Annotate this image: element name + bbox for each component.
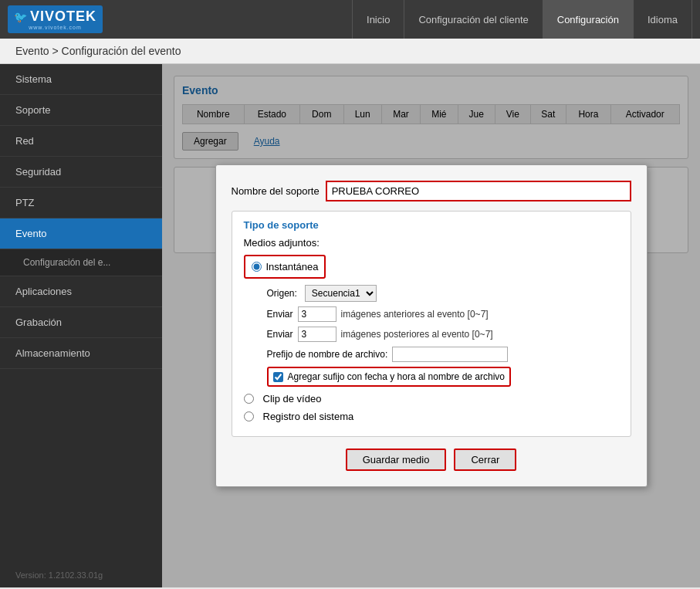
sidebar-item-grabacion[interactable]: Grabación bbox=[0, 307, 162, 338]
logo-text: VIVOTEK bbox=[30, 8, 96, 25]
sidebar-item-red[interactable]: Red bbox=[0, 126, 162, 157]
enviar-despues-input[interactable] bbox=[298, 327, 336, 342]
nav-configuracion[interactable]: Configuración bbox=[543, 0, 634, 39]
clip-label: Clip de vídeo bbox=[263, 393, 322, 405]
origen-row: Origen: Secuencia1 Secuencia2 bbox=[244, 285, 619, 302]
dialog-footer: Guardar medio Cerrar bbox=[232, 449, 631, 471]
close-button[interactable]: Cerrar bbox=[454, 449, 516, 471]
enviar-antes-label: Enviar bbox=[267, 309, 293, 320]
instantanea-label: Instantánea bbox=[266, 261, 319, 272]
instantanea-radio[interactable] bbox=[252, 262, 262, 272]
registro-row: Registro del sistema bbox=[244, 411, 619, 422]
dialog: Nombre del soporte Tipo de soporte Medio… bbox=[215, 164, 648, 487]
sidebar-version: Version: 1.2102.33.01g bbox=[0, 563, 162, 587]
clip-radio[interactable] bbox=[244, 394, 254, 404]
medios-label: Medios adjuntos: bbox=[244, 237, 619, 249]
top-nav: 🐦 VIVOTEK www.vivotek.com Inicio Configu… bbox=[0, 0, 700, 39]
nav-idioma[interactable]: Idioma bbox=[634, 0, 692, 39]
sidebar-item-seguridad[interactable]: Seguridad bbox=[0, 157, 162, 188]
prefijo-label: Prefijo de nombre de archivo: bbox=[267, 349, 388, 360]
logo-box: 🐦 VIVOTEK www.vivotek.com bbox=[8, 5, 103, 33]
registro-radio[interactable] bbox=[244, 411, 254, 421]
save-button[interactable]: Guardar medio bbox=[346, 449, 447, 471]
logo-sub: www.vivotek.com bbox=[29, 25, 82, 30]
prefijo-input[interactable] bbox=[392, 347, 508, 362]
prefijo-row: Prefijo de nombre de archivo: bbox=[244, 347, 619, 362]
sidebar-item-ptz[interactable]: PTZ bbox=[0, 188, 162, 218]
sidebar-item-evento[interactable]: Evento bbox=[0, 218, 162, 249]
nav-config-cliente[interactable]: Configuración del cliente bbox=[404, 0, 543, 39]
origen-label: Origen: bbox=[267, 288, 297, 299]
tipo-soporte-section: Tipo de soporte Medios adjuntos: Instant… bbox=[232, 211, 631, 437]
tipo-title: Tipo de soporte bbox=[244, 219, 619, 231]
checkbox-container[interactable]: Agregar sufijo con fecha y hora al nombr… bbox=[267, 367, 512, 387]
clip-video-row: Clip de vídeo bbox=[244, 393, 619, 405]
sidebar-item-almacenamiento[interactable]: Almacenamiento bbox=[0, 338, 162, 369]
sidebar-item-soporte[interactable]: Soporte bbox=[0, 95, 162, 126]
sufijo-label: Agregar sufijo con fecha y hora al nombr… bbox=[288, 371, 506, 382]
enviar-despues-label: Enviar bbox=[267, 329, 293, 340]
enviar-antes-text: imágenes anteriores al evento [0~7] bbox=[341, 309, 489, 320]
sidebar-item-sistema[interactable]: Sistema bbox=[0, 64, 162, 95]
enviar-antes-row: Enviar imágenes anteriores al evento [0~… bbox=[244, 306, 619, 322]
support-name-input[interactable] bbox=[326, 181, 631, 201]
main-layout: Sistema Soporte Red Seguridad PTZ Evento… bbox=[0, 64, 700, 587]
dialog-overlay: Nombre del soporte Tipo de soporte Medio… bbox=[162, 64, 700, 587]
checkbox-row: Agregar sufijo con fecha y hora al nombr… bbox=[244, 367, 619, 387]
logo-icon: 🐦 bbox=[14, 11, 27, 23]
nav-inicio[interactable]: Inicio bbox=[352, 0, 404, 39]
sidebar-item-aplicaciones[interactable]: Aplicaciones bbox=[0, 276, 162, 307]
sufijo-checkbox[interactable] bbox=[273, 372, 283, 382]
enviar-despues-row: Enviar imágenes posteriores al evento [0… bbox=[244, 327, 619, 342]
support-name-label: Nombre del soporte bbox=[232, 185, 320, 197]
enviar-despues-text: imágenes posteriores al evento [0~7] bbox=[341, 329, 493, 340]
enviar-antes-input[interactable] bbox=[298, 306, 336, 322]
sidebar-item-config-evento[interactable]: Configuración del e... bbox=[0, 249, 162, 276]
breadcrumb: Evento > Configuración del evento bbox=[0, 39, 700, 64]
nav-links: Inicio Configuración del cliente Configu… bbox=[352, 0, 692, 39]
instantanea-container[interactable]: Instantánea bbox=[244, 255, 326, 279]
sidebar: Sistema Soporte Red Seguridad PTZ Evento… bbox=[0, 64, 162, 587]
content-area: Evento Nombre Estado Dom Lun Mar Mié Jue… bbox=[162, 64, 700, 587]
logo-area: 🐦 VIVOTEK www.vivotek.com bbox=[8, 5, 131, 33]
origen-select[interactable]: Secuencia1 Secuencia2 bbox=[305, 285, 377, 302]
support-name-row: Nombre del soporte bbox=[232, 181, 631, 201]
registro-label: Registro del sistema bbox=[263, 411, 354, 422]
